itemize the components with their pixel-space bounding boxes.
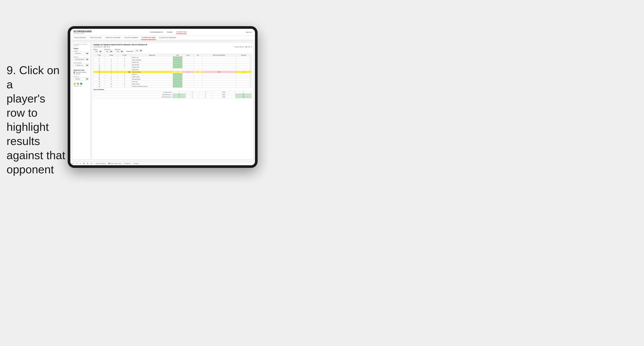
- top-nav: SCOREBOARD Powered by clippd TOURNAMENTS…: [70, 29, 255, 36]
- h2h-table: # Div # Reg # Conf Opponent Win Loss Tie…: [94, 54, 252, 88]
- nav-tournaments[interactable]: TOURNAMENTS: [150, 30, 163, 34]
- th-tie: Tie: [194, 54, 202, 56]
- nav-committee[interactable]: COMMITTEE: [176, 30, 187, 34]
- th-reg: # Reg: [105, 54, 118, 56]
- bottom-toolbar: ↩ ↪ ⎌ ⊞ ⊕ ↺ | 👁 View: Original | 💾 Save …: [70, 161, 255, 165]
- th-rounds: Rounds: [236, 54, 252, 56]
- sidebar-player-rank-label: Player (Rank): [74, 62, 89, 63]
- radio-top100-dot: [74, 73, 75, 75]
- add-button[interactable]: ⊕: [86, 162, 89, 165]
- out-of-division-title: Out of division: [94, 89, 252, 90]
- table-row[interactable]: 1474Eunice Yi ◻: [94, 73, 252, 75]
- sub-nav-player-h2h-grid[interactable]: PLAYER H2H GRID: [141, 36, 156, 40]
- view-icon: 👁: [96, 163, 97, 164]
- grid-area: Katelyn Vo Head-to-Head Grid for Women's…: [92, 42, 253, 160]
- table-row[interactable]: 522Alexis Sudjianto ◻: [94, 59, 252, 61]
- view-original-button[interactable]: 👁 View: Original: [96, 163, 106, 164]
- grid-button[interactable]: ⊞: [83, 162, 85, 165]
- filter-conference: Conference (All): [104, 49, 113, 53]
- table-row[interactable]: 613Sydney Kuo ◻: [94, 61, 252, 63]
- tablet-screen: SCOREBOARD Powered by clippd TOURNAMENTS…: [70, 29, 255, 165]
- sidebar-player-select[interactable]: 8. Katelyn Vo: [74, 64, 89, 67]
- sidebar-gender-label: Gender: [74, 50, 89, 52]
- toolbar-sep4: |: [132, 163, 132, 164]
- colour-by-select[interactable]: Win/loss: [74, 77, 89, 80]
- dot-yellow: [74, 83, 76, 85]
- radio-opponents-played-label: Opponents Played: [76, 71, 86, 73]
- dot-gray: [77, 83, 79, 85]
- region-select[interactable]: (All): [94, 50, 102, 53]
- nav-links: TOURNAMENTS TEAMS COMMITTEE: [150, 30, 187, 34]
- annotation-text: 9. Click on aplayer's row tohighlight re…: [6, 63, 66, 176]
- sign-out-button[interactable]: Sign out: [246, 31, 252, 33]
- logo-area: SCOREBOARD Powered by clippd: [73, 30, 92, 34]
- sub-nav-team-h2h-heatmap[interactable]: TEAM H2H HEATMAP: [105, 36, 121, 40]
- table-header-row: # Div # Reg # Conf Opponent Win Loss Tie…: [94, 54, 252, 56]
- th-opponent: Opponent: [131, 54, 173, 56]
- opponent-select[interactable]: (All): [115, 50, 124, 53]
- toolbar-sep2: |: [106, 163, 107, 164]
- reset-button[interactable]: ⎌: [80, 162, 82, 165]
- watch-button[interactable]: 👁 Watch ▾: [124, 163, 130, 164]
- toolbar-sep3: |: [123, 163, 123, 164]
- sidebar-timestamp: Last Updated: 27/03/2024 16:55:38: [74, 44, 89, 46]
- table-row[interactable]: 914Sharon Mun ◻: [94, 63, 252, 66]
- watch-icon: 👁: [124, 163, 126, 164]
- th-win: Win: [173, 54, 182, 56]
- dot-green: [80, 83, 82, 85]
- radio-opponents-played[interactable]: Opponents Played: [74, 71, 89, 73]
- th-loss: Loss: [182, 54, 194, 56]
- table-row[interactable]: 19106Emily Chang ◻: [94, 83, 252, 85]
- radio-opponents-played-dot: [74, 71, 75, 73]
- radio-top100[interactable]: Top 100: [74, 73, 89, 75]
- table-row[interactable]: 131Heeji Hyun ◻: [94, 68, 252, 71]
- share-icon: ⬆: [134, 163, 135, 164]
- conference-select[interactable]: (All): [104, 50, 113, 53]
- sub-nav-team-summary[interactable]: TEAM SUMMARY: [73, 36, 87, 40]
- save-icon: 💾: [108, 163, 110, 164]
- radio-top100-label: Top 100: [76, 73, 80, 75]
- filters-row: Region (All) Conference (All) Opponent: [94, 49, 252, 53]
- colour-labels: Down Level Up: [74, 85, 89, 87]
- table-row[interactable]: 1822Euna Lee ◻: [94, 80, 252, 83]
- table-row[interactable]: 1585Stella Chang ◻: [94, 75, 252, 78]
- main-content: Last Updated: 27/03/2024 16:55:38 Player…: [70, 40, 255, 161]
- sub-nav-player-summary[interactable]: PLAYER SUMMARY: [124, 36, 139, 40]
- grid-records: Overall Record: 353 · 34 · 6 Division Re…: [94, 46, 252, 47]
- refresh-button[interactable]: ↺: [90, 162, 92, 165]
- sidebar-division-label: Division: [74, 56, 89, 58]
- opponent-view-title: Opponent view: [74, 69, 89, 71]
- out-table-row[interactable]: NCAA Division 2 5 0 0 7.400 10: [94, 96, 252, 98]
- opponents-select[interactable]: (All): [134, 49, 143, 52]
- table-row-jessica-huang[interactable]: 131 Jessica Huang ▶ 0 1 0 -3.00: [94, 71, 252, 73]
- nav-teams[interactable]: TEAMS: [166, 30, 173, 34]
- logo-powered: Powered by clippd: [73, 33, 92, 34]
- tablet-frame: SCOREBOARD Powered by clippd TOURNAMENTS…: [68, 26, 258, 168]
- sub-nav-team-h2h-grid[interactable]: TEAM H2H GRID: [89, 36, 102, 40]
- th-conf: # Conf: [118, 54, 131, 56]
- sidebar-player-title: Player: [74, 47, 89, 49]
- table-row[interactable]: 1691Jessica Mason ◻: [94, 78, 252, 80]
- redo-button[interactable]: ↪: [76, 162, 78, 165]
- filter-region: Region (All): [94, 49, 102, 53]
- share-button[interactable]: ⬆ Share: [134, 163, 138, 164]
- out-table-row[interactable]: NAIA Division 1 15 0 0 9.267 30: [94, 93, 252, 96]
- sub-nav-player-h2h-heatmap[interactable]: PLAYER H2H HEATMAP: [158, 36, 176, 40]
- logo-text: SCOREBOARD: [73, 30, 92, 33]
- save-custom-view-button[interactable]: 💾 Save Custom View: [108, 163, 122, 164]
- th-div: # Div: [94, 54, 105, 56]
- sidebar: Last Updated: 27/03/2024 16:55:38 Player…: [72, 42, 90, 160]
- sub-nav: TEAM SUMMARY TEAM H2H GRID TEAM H2H HEAT…: [70, 36, 255, 40]
- opponents-filter: Opponents: (All): [126, 49, 143, 52]
- sidebar-division-select[interactable]: NCAA Division III: [74, 58, 89, 61]
- table-row[interactable]: 1063Andrea York ◻: [94, 66, 252, 68]
- undo-button[interactable]: ↩: [72, 162, 74, 165]
- th-diff: Diff Av Strokes/Rnd: [202, 54, 236, 56]
- out-table-row[interactable]: Foreign Team 1 0 0 4.500 2: [94, 91, 252, 93]
- sidebar-gender-select[interactable]: Women's: [74, 52, 89, 55]
- table-row[interactable]: 31Esther Lee ◻: [94, 56, 252, 59]
- main-table-container: # Div # Reg # Conf Opponent Win Loss Tie…: [94, 54, 252, 88]
- colour-by-label: Colour by: [74, 76, 89, 77]
- out-of-division-table: Foreign Team 1 0 0 4.500 2 NAIA Division…: [94, 91, 252, 98]
- table-row[interactable]: 20117Federica Domecq Lacroze ◻: [94, 85, 252, 87]
